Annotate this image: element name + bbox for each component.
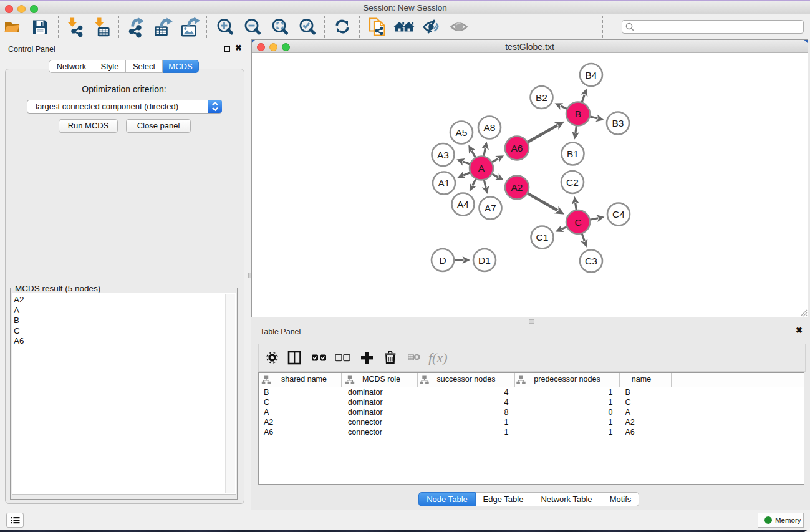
svg-text:C1: C1 xyxy=(536,232,549,243)
svg-text:A3: A3 xyxy=(437,150,449,160)
svg-text:A: A xyxy=(478,163,485,173)
svg-text:f(x): f(x) xyxy=(428,350,448,365)
svg-text:A6: A6 xyxy=(511,143,523,153)
svg-text:A2: A2 xyxy=(511,182,523,193)
svg-text:A7: A7 xyxy=(485,203,496,213)
svg-text:D1: D1 xyxy=(478,255,491,266)
svg-text:C3: C3 xyxy=(585,256,597,266)
svg-text:B2: B2 xyxy=(536,92,547,103)
svg-text:B4: B4 xyxy=(586,70,597,80)
svg-text:D: D xyxy=(439,255,446,266)
svg-text:C2: C2 xyxy=(566,177,579,188)
svg-text:B: B xyxy=(575,109,581,119)
svg-text:A5: A5 xyxy=(456,127,468,138)
svg-text:C: C xyxy=(574,217,581,228)
svg-text:B3: B3 xyxy=(612,118,624,128)
svg-text:A1: A1 xyxy=(438,178,450,188)
svg-text:C4: C4 xyxy=(612,209,625,220)
svg-text:B1: B1 xyxy=(567,148,579,159)
svg-text:A8: A8 xyxy=(484,122,496,133)
svg-text:A4: A4 xyxy=(457,199,469,210)
